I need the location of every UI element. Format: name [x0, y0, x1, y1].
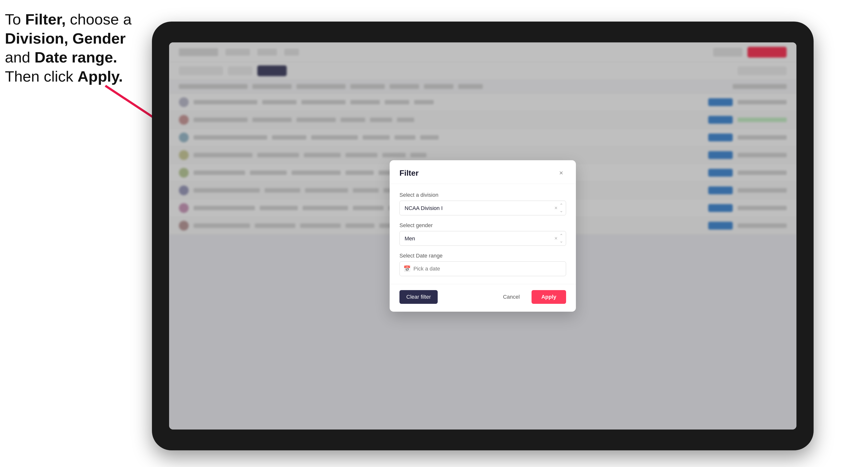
footer-right-buttons: Cancel Apply: [496, 290, 566, 304]
cancel-button[interactable]: Cancel: [496, 290, 526, 304]
filter-modal: Filter × Select a division NCAA Division…: [390, 160, 576, 312]
instruction-line4: Then click Apply.: [5, 68, 123, 85]
gender-form-group: Select gender Men Women Mixed × ⌃⌄: [399, 222, 566, 246]
division-select-controls: × ⌃⌄: [554, 203, 563, 213]
division-label: Select a division: [399, 192, 566, 198]
division-select[interactable]: NCAA Division I NCAA Division II NCAA Di…: [399, 201, 566, 215]
modal-footer: Clear filter Cancel Apply: [390, 284, 576, 312]
gender-arrow-icon: ⌃⌄: [559, 233, 563, 244]
gender-label: Select gender: [399, 222, 566, 228]
date-range-input[interactable]: [399, 261, 566, 276]
date-input-wrapper: 📅: [399, 261, 566, 276]
division-select-wrapper: NCAA Division I NCAA Division II NCAA Di…: [399, 201, 566, 215]
apply-button[interactable]: Apply: [531, 290, 566, 304]
gender-select-wrapper: Men Women Mixed × ⌃⌄: [399, 231, 566, 246]
division-arrow-icon: ⌃⌄: [559, 203, 563, 213]
close-icon: ×: [559, 169, 563, 177]
clear-filter-button[interactable]: Clear filter: [399, 290, 438, 304]
gender-select[interactable]: Men Women Mixed: [399, 231, 566, 246]
calendar-icon: 📅: [403, 266, 411, 272]
tablet-screen: Filter × Select a division NCAA Division…: [169, 42, 797, 430]
instruction-line3: and Date range.: [5, 49, 117, 66]
date-form-group: Select Date range 📅: [399, 253, 566, 276]
division-form-group: Select a division NCAA Division I NCAA D…: [399, 192, 566, 215]
tablet-frame: Filter × Select a division NCAA Division…: [152, 22, 814, 450]
instruction-line1: To Filter, choose a: [5, 11, 132, 28]
division-clear-button[interactable]: ×: [554, 205, 558, 211]
instruction-text: To Filter, choose a Division, Gender and…: [5, 10, 142, 86]
modal-body: Select a division NCAA Division I NCAA D…: [390, 184, 576, 284]
instruction-bold-division: Division, Gender: [5, 30, 126, 47]
modal-title: Filter: [399, 168, 418, 178]
gender-clear-button[interactable]: ×: [554, 235, 558, 242]
date-label: Select Date range: [399, 253, 566, 259]
modal-overlay: Filter × Select a division NCAA Division…: [169, 42, 797, 430]
gender-select-controls: × ⌃⌄: [554, 233, 563, 244]
modal-header: Filter ×: [390, 160, 576, 184]
modal-close-button[interactable]: ×: [556, 168, 566, 178]
